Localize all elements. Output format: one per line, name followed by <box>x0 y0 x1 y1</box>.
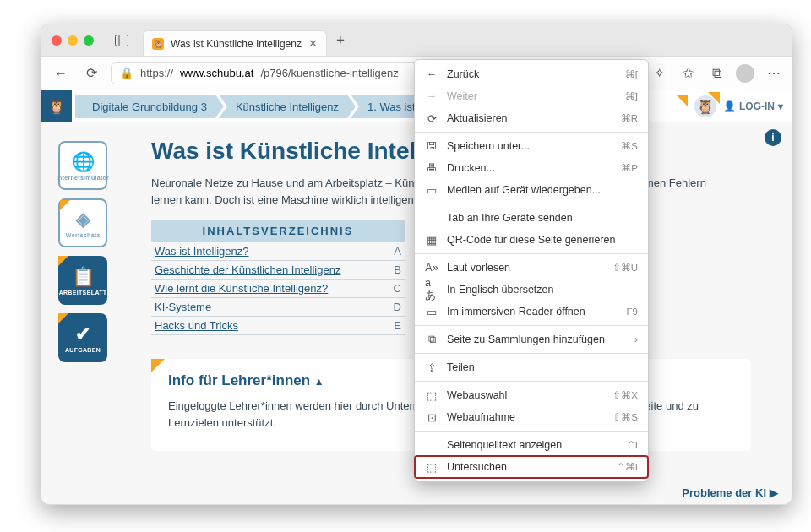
annotation-arrow-icon <box>361 504 445 505</box>
toc-link[interactable]: Hacks und Tricks <box>155 319 238 332</box>
badge-icon <box>58 313 68 323</box>
toc-link[interactable]: KI-Systeme <box>155 301 211 313</box>
url-prefix: https:// <box>140 67 173 79</box>
toc-link[interactable]: Was ist Intelligenz? <box>155 245 249 258</box>
separator <box>415 132 648 133</box>
ctx-print[interactable]: 🖶Drucken...⌘P <box>415 157 648 179</box>
ctx-save-as[interactable]: 🖫Speichern unter...⌘S <box>415 135 648 157</box>
favicon-icon: 🦉 <box>152 38 164 50</box>
badge-icon <box>151 359 165 372</box>
back-button[interactable]: ← <box>50 62 72 84</box>
maximize-window-button[interactable] <box>84 35 94 46</box>
ctx-collections[interactable]: ⧉Seite zu Sammlungen hinzufügen <box>415 328 648 350</box>
close-window-button[interactable] <box>52 35 62 46</box>
ctx-translate[interactable]: aあIn Englisch übersetzen <box>415 279 648 301</box>
url-domain: www.schubu.at <box>180 67 253 79</box>
badge-icon <box>60 200 70 210</box>
titlebar: 🦉 Was ist Künstliche Intelligenz ✕ ＋ <box>41 24 792 57</box>
caret-up-icon: ▲ <box>314 376 324 388</box>
browser-tab[interactable]: 🦉 Was ist Künstliche Intelligenz ✕ <box>143 30 327 56</box>
next-page-link[interactable]: Probleme der KI ▶ <box>682 486 778 499</box>
cast-icon: ▭ <box>425 184 438 197</box>
login-area: 🦉 👤 LOG-IN ▾ <box>664 95 792 118</box>
select-icon: ⬚ <box>425 389 438 402</box>
ctx-web-select[interactable]: ⬚Webauswahl⇧⌘X <box>415 384 648 406</box>
speaker-icon: A» <box>425 262 438 274</box>
toolbar: ✧ ✩ ⧉ ⋯ <box>650 64 783 83</box>
ctx-inspect[interactable]: ⬚Untersuchen⌃⌘I <box>415 456 648 478</box>
toc-item: Wie lernt die Künstliche Intelligenz?C <box>151 280 405 298</box>
minimize-window-button[interactable] <box>68 35 78 46</box>
breadcrumb-item[interactable]: Digitale Grundbildung 3 <box>75 95 224 118</box>
ctx-send-tab[interactable]: Tab an Ihre Geräte senden <box>415 207 648 229</box>
tool-arbeitsblatt[interactable]: 📋 ARBEITSBLATT <box>58 256 107 305</box>
side-tools: 🌐 Internetsimulator ◈ Wortschatz 📋 ARBEI… <box>58 141 107 362</box>
new-tab-button[interactable]: ＋ <box>334 31 347 49</box>
lock-icon: 🔒 <box>120 67 133 79</box>
favorites-icon[interactable]: ✩ <box>678 64 697 83</box>
breadcrumb-item[interactable]: Künstliche Intelligenz <box>219 95 356 118</box>
login-button[interactable]: 👤 LOG-IN ▾ <box>723 100 783 112</box>
ctx-immersive[interactable]: ▭Im immersiven Reader öffnenF9 <box>415 301 648 323</box>
ctx-qr[interactable]: ▦QR-Code für diese Seite generieren <box>415 229 648 251</box>
badge-icon <box>676 95 688 106</box>
collections-icon[interactable]: ⧉ <box>707 64 726 83</box>
toc-item: KI-SystemeD <box>151 298 405 317</box>
badge-icon <box>58 256 68 266</box>
save-icon: 🖫 <box>425 140 438 152</box>
sidebar-toggle-icon[interactable] <box>112 31 131 50</box>
extensions-icon[interactable]: ✧ <box>650 64 668 83</box>
separator <box>415 253 648 254</box>
close-tab-icon[interactable]: ✕ <box>308 37 318 50</box>
check-icon: ✔ <box>75 323 90 345</box>
arrow-right-icon: → <box>425 90 438 102</box>
chevron-right-icon: ▶ <box>770 486 778 499</box>
separator <box>415 204 648 204</box>
traffic-lights <box>52 35 94 46</box>
ctx-view-source[interactable]: Seitenquelltext anzeigen⌃I <box>415 434 648 456</box>
reader-icon: ▭ <box>425 306 438 318</box>
diamond-icon: ◈ <box>76 209 90 231</box>
context-menu: ←Zurück⌘[ →Weiter⌘] ⟳Aktualisieren⌘R 🖫Sp… <box>414 59 649 482</box>
ctx-cast[interactable]: ▭Medien auf Gerät wiedergeben... <box>415 179 648 201</box>
separator <box>415 431 648 432</box>
profile-avatar[interactable] <box>736 64 754 83</box>
reload-icon: ⟳ <box>425 112 438 125</box>
ctx-read-aloud[interactable]: A»Laut vorlesen⇧⌘U <box>415 257 648 279</box>
tool-wortschatz[interactable]: ◈ Wortschatz <box>58 198 107 247</box>
owl-avatar-icon[interactable]: 🦉 <box>694 95 716 117</box>
table-of-contents: INHALTSVERZEICHNIS Was ist Intelligenz?A… <box>151 220 405 335</box>
toc-item: Geschichte der Künstlichen IntelligenzB <box>151 261 405 280</box>
clipboard-icon: 📋 <box>72 266 95 288</box>
separator <box>415 381 648 382</box>
toc-header: INHALTSVERZEICHNIS <box>151 220 405 242</box>
url-path: /p796/kuenstliche-intelligenz <box>260 67 398 79</box>
person-icon: 👤 <box>723 100 736 112</box>
more-icon[interactable]: ⋯ <box>765 64 783 83</box>
capture-icon: ⊡ <box>425 411 438 424</box>
ctx-web-capture[interactable]: ⊡Webaufnahme⇧⌘S <box>415 406 648 428</box>
toc-item: Hacks und TricksE <box>151 317 405 335</box>
toc-link[interactable]: Geschichte der Künstlichen Intelligenz <box>155 263 340 276</box>
globe-icon: 🌐 <box>72 151 95 173</box>
tool-internet-simulator[interactable]: 🌐 Internetsimulator <box>58 141 107 190</box>
toc-item: Was ist Intelligenz?A <box>151 242 405 261</box>
ctx-share[interactable]: ⇪Teilen <box>415 356 648 378</box>
print-icon: 🖶 <box>425 162 438 174</box>
reload-button[interactable]: ⟳ <box>80 62 102 84</box>
separator <box>415 325 648 326</box>
ctx-forward: →Weiter⌘] <box>415 85 648 107</box>
svg-rect-0 <box>116 35 128 46</box>
ctx-back[interactable]: ←Zurück⌘[ <box>415 63 648 85</box>
site-logo[interactable]: 🦉 <box>41 90 72 122</box>
ctx-reload[interactable]: ⟳Aktualisieren⌘R <box>415 107 648 129</box>
badge-icon <box>708 92 720 104</box>
inspect-icon: ⬚ <box>425 461 438 474</box>
translate-icon: aあ <box>425 277 438 303</box>
toc-link[interactable]: Wie lernt die Künstliche Intelligenz? <box>155 282 328 295</box>
tool-aufgaben[interactable]: ✔ AUFGABEN <box>58 313 107 362</box>
chevron-down-icon: ▾ <box>778 100 783 112</box>
arrow-left-icon: ← <box>425 68 438 80</box>
share-icon: ⇪ <box>425 361 438 374</box>
qr-icon: ▦ <box>425 234 438 247</box>
